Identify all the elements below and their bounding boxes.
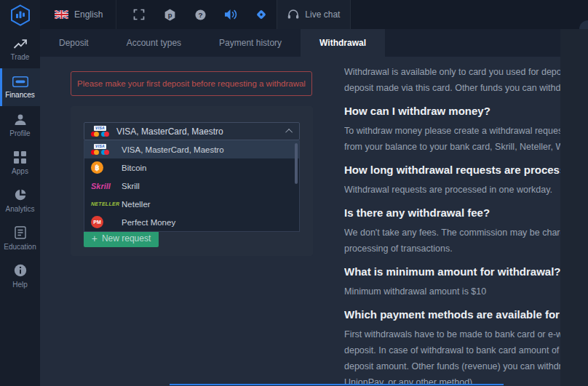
dropdown-scrollbar[interactable] [295,143,298,184]
faq-text-line: deposit amount. Other funds (revenue) yo… [344,358,561,374]
selected-method-label: VISA, MasterCard, Maestro [116,126,223,137]
sidebar-item-label: Analytics [5,205,34,213]
language-selector[interactable]: English [55,9,103,20]
svg-text:p: p [168,11,172,18]
pie-chart-icon [14,188,27,201]
sidebar-item-finances[interactable]: Finances [0,68,40,106]
skrill-logo: Skrill [91,182,111,190]
tab-payment-history[interactable]: Payment history [200,29,301,57]
faq-text-line: We don't take any fees. The commission m… [344,225,561,241]
sidebar-item-label: Help [12,281,28,289]
tab-deposit[interactable]: Deposit [40,29,108,57]
top-bar: English p ? Live chat [40,0,588,29]
person-icon [14,113,27,126]
faq-heading: How long withdrawal requests are process… [344,163,561,177]
withdrawal-form-panel: VISA VISA, MasterCard, Maestro VISA VISA… [71,106,313,256]
dropdown-option-bitcoin[interactable]: ฿ Bitcoin [84,158,299,177]
faq-heading: How can I withdraw money? [344,104,561,118]
sidebar-item-education[interactable]: Education [0,220,40,257]
platform-hexagon-icon[interactable]: p [163,8,176,21]
new-request-button[interactable]: + New request [84,230,159,247]
perfect-money-icon: PM [91,216,103,228]
book-icon [15,226,26,239]
faq-text-line: First withdrawals have to be made to ban… [344,326,561,342]
new-request-label: New request [102,233,151,244]
sidebar-item-label: Education [4,243,36,251]
faq-text-line: Withdrawal requests are processed in one… [344,182,561,198]
sidebar-item-label: Finances [5,91,35,99]
payment-method-select[interactable]: VISA VISA, MasterCard, Maestro [84,122,300,140]
fullscreen-icon[interactable] [132,8,146,21]
payment-method-dropdown: VISA VISA, MasterCard, Maestro ฿ Bitcoin… [84,140,300,232]
faq-text-line: To withdraw money please create a withdr… [344,123,561,139]
sidebar-item-trade[interactable]: Trade [0,31,40,68]
faq-text-line: processing of transactions. [344,241,561,257]
gem-icon[interactable] [255,8,268,21]
sidebar: Trade Finances Profile Apps Analytics Ed… [0,0,40,386]
info-circle-icon [14,264,27,277]
faq-heading: What is minimum amount for withdrawal? [344,265,561,279]
sound-icon[interactable] [224,8,237,21]
faq-text-line: from your balance to your bank card, Skr… [344,139,561,155]
tab-account-types[interactable]: Account types [108,29,200,57]
chevron-up-icon [285,129,293,136]
help-circle-icon[interactable]: ? [194,8,207,21]
svg-text:?: ? [198,11,202,19]
sidebar-item-analytics[interactable]: Analytics [0,182,40,220]
app-logo[interactable] [0,0,40,31]
faq-text-line: Minimum withdrawal amount is $10 [344,284,561,299]
credit-card-icon [12,76,28,87]
language-label: English [74,9,103,20]
dropdown-option-cards[interactable]: VISA VISA, MasterCard, Maestro [84,140,299,158]
finances-tab-bar: Deposit Account types Payment history Wi… [40,29,588,57]
sidebar-item-profile[interactable]: Profile [0,106,40,144]
visa-mastercard-maestro-icon: VISA [91,126,109,137]
dropdown-option-neteller[interactable]: NETELLER Neteller [84,195,299,213]
withdrawal-page: Please make your first deposit before re… [40,57,588,386]
withdrawal-faq: Withdrawal is available only to card you… [344,64,561,384]
faq-heading: Which payment methods are available for … [344,307,561,322]
grid-icon [14,151,26,164]
headset-icon [287,9,299,20]
dropdown-option-perfect-money[interactable]: PM Perfect Money [84,213,299,231]
tab-withdrawal[interactable]: Withdrawal [301,29,385,57]
divider [116,0,116,29]
neteller-logo: NETELLER [91,201,119,206]
sidebar-item-label: Apps [12,167,28,175]
uk-flag-icon [55,10,68,19]
sidebar-item-help[interactable]: Help [0,257,40,295]
bottom-progress-line [170,384,504,385]
faq-heading: Is there any withdrawal fee? [344,206,561,220]
live-chat-label: Live chat [305,9,340,20]
dropdown-option-skrill[interactable]: Skrill Skrill [84,177,299,195]
visa-mastercard-maestro-icon: VISA [91,144,109,155]
right-gutter [560,29,588,386]
trade-chart-icon [13,38,28,49]
sidebar-item-label: Profile [9,129,30,137]
bitcoin-icon: ฿ [91,161,103,174]
faq-text-line: UnionPay, or any other method) [344,374,561,384]
faq-intro-line: Withdrawal is available only to card you… [344,64,561,80]
faq-intro-line: deposit made via this card. Other funds … [344,80,561,96]
faq-text-line: deposit. In case of withdrawal to bank c… [344,342,561,358]
sidebar-item-label: Trade [11,53,30,61]
deposit-warning-banner: Please make your first deposit before re… [71,71,312,96]
live-chat-button[interactable]: Live chat [277,0,351,29]
plus-icon: + [92,233,98,244]
sidebar-item-apps[interactable]: Apps [0,144,40,182]
